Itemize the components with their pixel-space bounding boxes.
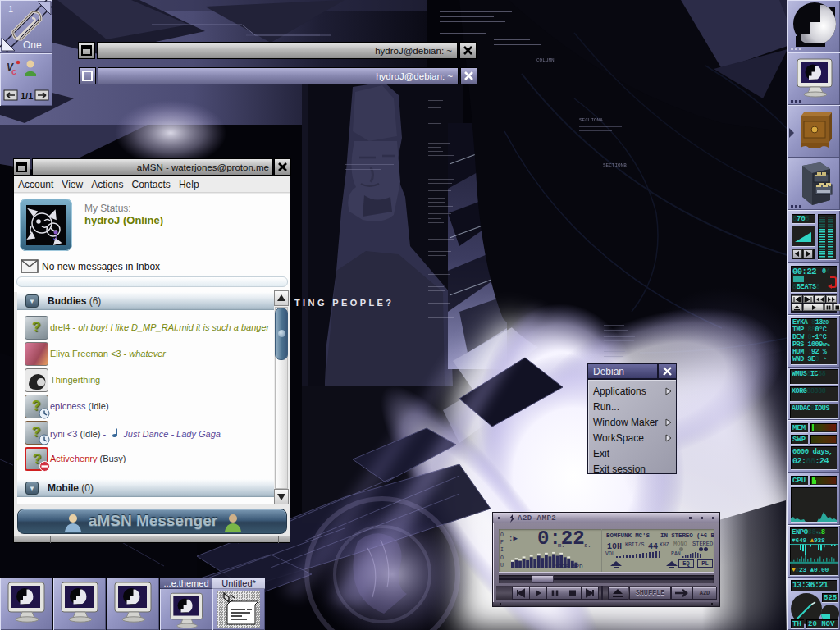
svg-text:One: One <box>23 39 42 51</box>
svg-text:TING PEOPLE?: TING PEOPLE? <box>294 298 394 308</box>
svg-text:1/1: 1/1 <box>21 91 33 101</box>
svg-text:1: 1 <box>8 4 13 14</box>
svg-text:COLUMN: COLUMN <box>536 57 555 63</box>
svg-text:SECTIONB: SECTIONB <box>603 162 627 168</box>
svg-text:SECLIONA: SECLIONA <box>579 117 603 123</box>
svg-text:c: c <box>11 66 16 76</box>
svg-text:J: J <box>53 233 57 241</box>
